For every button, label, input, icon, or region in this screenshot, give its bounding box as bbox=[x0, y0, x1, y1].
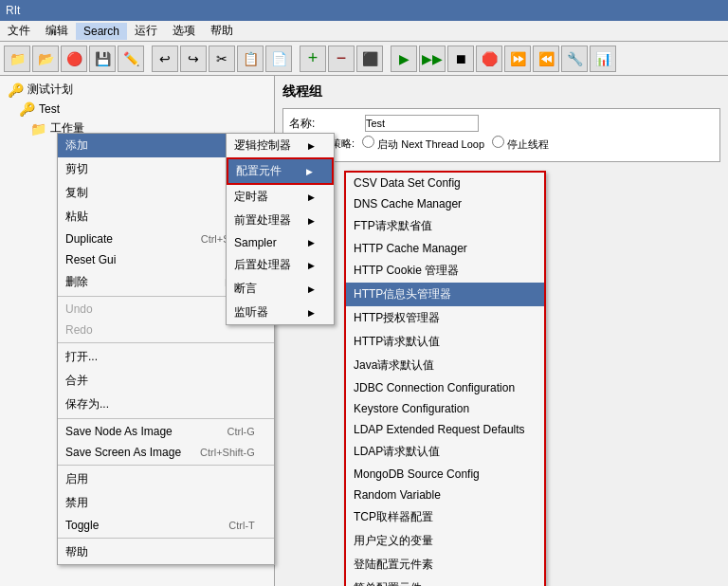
config-tcp-label: TCP取样器配置 bbox=[354, 509, 433, 525]
menu-run[interactable]: 运行 bbox=[127, 21, 165, 41]
config-csv[interactable]: CSV Data Set Config bbox=[346, 173, 544, 193]
toolbar-remove[interactable]: − bbox=[328, 46, 355, 72]
menu-bar: 文件 编辑 Search 运行 选项 帮助 bbox=[0, 21, 728, 42]
menu-undo-label: Undo bbox=[65, 302, 93, 316]
toolbar-save[interactable]: 💾 bbox=[89, 46, 116, 72]
config-login-label: 登陆配置元件素 bbox=[354, 557, 433, 573]
add-pre-processor[interactable]: 前置处理器 bbox=[227, 209, 334, 232]
menu-merge[interactable]: 合并 bbox=[58, 369, 274, 393]
config-ftp[interactable]: FTP请求默省值 bbox=[346, 214, 544, 238]
context-menu-overlay: 添加 剪切 Ctrl-X 复制 Ctrl-C 粘贴 Ctrl-V Duplica… bbox=[0, 76, 728, 586]
menu-open-label: 打开... bbox=[65, 349, 98, 365]
menu-disable-label: 禁用 bbox=[65, 495, 88, 511]
config-mongodb-label: MongoDB Source Config bbox=[354, 467, 480, 481]
config-keystore[interactable]: Keystore Configuration bbox=[346, 398, 544, 419]
menu-redo-label: Redo bbox=[65, 323, 93, 337]
menu-cut-label: 剪切 bbox=[65, 161, 88, 177]
toolbar-clear[interactable]: ⬛ bbox=[356, 46, 383, 72]
toolbar-paste[interactable]: 📄 bbox=[265, 46, 292, 72]
config-ldap-ext[interactable]: LDAP Extended Request Defaults bbox=[346, 419, 544, 440]
config-http-header[interactable]: HTTP信息头管理器 bbox=[346, 283, 544, 306]
add-assertion[interactable]: 断言 bbox=[227, 277, 334, 301]
toolbar-add[interactable]: + bbox=[300, 46, 326, 72]
config-tcp[interactable]: TCP取样器配置 bbox=[346, 505, 544, 529]
toolbar-new[interactable]: 📁 bbox=[4, 46, 30, 72]
config-simple[interactable]: 简单配置元件 bbox=[346, 577, 544, 586]
add-logic-controller-label: 逻辑控制器 bbox=[234, 137, 291, 154]
toolbar: 📁 📂 🔴 💾 ✏️ ↩ ↪ ✂ 📋 📄 + − ⬛ ▶ ▶▶ ⏹ 🛑 ⏩ ⏪ … bbox=[0, 42, 728, 76]
toolbar-cut[interactable]: ✂ bbox=[209, 46, 235, 72]
menu-edit[interactable]: 编辑 bbox=[38, 21, 76, 41]
add-post-processor[interactable]: 后置处理器 bbox=[227, 253, 334, 277]
toolbar-next[interactable]: ⏩ bbox=[504, 46, 531, 72]
toolbar-sep1 bbox=[146, 46, 150, 72]
config-http-header-label: HTTP信息头管理器 bbox=[354, 286, 451, 302]
config-jdbc-label: JDBC Connection Configuration bbox=[354, 381, 515, 394]
config-user-vars-label: 用户定义的变量 bbox=[354, 533, 433, 549]
menu-toggle-label: Toggle bbox=[65, 519, 99, 532]
menu-open[interactable]: 打开... bbox=[58, 345, 274, 369]
config-http-cookie[interactable]: HTTP Cookie 管理器 bbox=[346, 259, 544, 283]
add-logic-controller[interactable]: 逻辑控制器 bbox=[227, 134, 334, 157]
menu-copy-label: 复制 bbox=[65, 185, 88, 201]
config-mongodb[interactable]: MongoDB Source Config bbox=[346, 464, 544, 485]
config-dns[interactable]: DNS Cache Manager bbox=[346, 193, 544, 214]
menu-sep5 bbox=[58, 538, 274, 539]
menu-options[interactable]: 选项 bbox=[165, 21, 203, 41]
config-csv-label: CSV Data Set Config bbox=[354, 176, 461, 190]
menu-file[interactable]: 文件 bbox=[0, 21, 38, 41]
config-ftp-label: FTP请求默省值 bbox=[354, 218, 432, 234]
menu-search[interactable]: Search bbox=[76, 23, 127, 40]
config-http-default[interactable]: HTTP请求默认值 bbox=[346, 330, 544, 354]
toolbar-undo[interactable]: ↩ bbox=[152, 46, 178, 72]
menu-paste-label: 粘贴 bbox=[65, 209, 88, 225]
add-listener[interactable]: 监听器 bbox=[227, 301, 334, 324]
config-login[interactable]: 登陆配置元件素 bbox=[346, 553, 544, 577]
menu-help-item[interactable]: 帮助 bbox=[58, 540, 274, 564]
add-sampler[interactable]: Sampler bbox=[227, 232, 334, 253]
config-java-default[interactable]: Java请求默认值 bbox=[346, 354, 544, 377]
toolbar-run[interactable]: ▶ bbox=[391, 46, 417, 72]
config-ldap-default[interactable]: LDAP请求默认值 bbox=[346, 440, 544, 464]
toolbar-run-all[interactable]: ▶▶ bbox=[419, 46, 446, 72]
menu-save-node-image-label: Save Node As Image bbox=[65, 425, 173, 438]
toolbar-edit[interactable]: ✏️ bbox=[118, 46, 144, 72]
menu-enable-label: 启用 bbox=[65, 471, 88, 487]
toolbar-stop[interactable]: ⏹ bbox=[447, 46, 474, 72]
menu-saveas[interactable]: 保存为... bbox=[58, 393, 274, 416]
add-assertion-label: 断言 bbox=[234, 281, 257, 297]
config-user-vars[interactable]: 用户定义的变量 bbox=[346, 529, 544, 553]
config-keystore-label: Keystore Configuration bbox=[354, 402, 469, 415]
config-jdbc[interactable]: JDBC Connection Configuration bbox=[346, 377, 544, 398]
menu-reset-gui-label: Reset Gui bbox=[65, 253, 116, 266]
config-http-auth-label: HTTP授权管理器 bbox=[354, 310, 440, 326]
menu-save-screen-image[interactable]: Save Screen As Image Ctrl+Shift-G bbox=[58, 442, 274, 463]
config-http-cache[interactable]: HTTP Cache Manager bbox=[346, 238, 544, 259]
menu-save-screen-image-label: Save Screen As Image bbox=[65, 446, 181, 459]
add-timer-label: 定时器 bbox=[234, 189, 268, 205]
menu-enable[interactable]: 启用 bbox=[58, 467, 274, 491]
toolbar-settings[interactable]: 🔧 bbox=[561, 46, 588, 72]
menu-help[interactable]: 帮助 bbox=[203, 21, 241, 41]
menu-toggle[interactable]: Toggle Ctrl-T bbox=[58, 515, 274, 536]
config-random-var[interactable]: Random Variable bbox=[346, 485, 544, 505]
add-timer[interactable]: 定时器 bbox=[227, 185, 334, 209]
toolbar-chart[interactable]: 📊 bbox=[590, 46, 616, 72]
menu-save-screen-image-shortcut: Ctrl+Shift-G bbox=[200, 447, 255, 458]
menu-help-label: 帮助 bbox=[65, 544, 88, 560]
add-config-element-label: 配置元件 bbox=[236, 163, 282, 179]
menu-disable[interactable]: 禁用 bbox=[58, 491, 274, 515]
config-http-auth[interactable]: HTTP授权管理器 bbox=[346, 306, 544, 330]
toolbar-sep2 bbox=[294, 46, 298, 72]
toolbar-open[interactable]: 📂 bbox=[32, 46, 59, 72]
menu-save-node-image[interactable]: Save Node As Image Ctrl-G bbox=[58, 421, 274, 442]
add-post-processor-label: 后置处理器 bbox=[234, 257, 291, 273]
toolbar-redo[interactable]: ↪ bbox=[180, 46, 207, 72]
menu-saveas-label: 保存为... bbox=[65, 396, 109, 412]
toolbar-copy[interactable]: 📋 bbox=[237, 46, 264, 72]
toolbar-stop-all[interactable]: 🛑 bbox=[476, 46, 502, 72]
config-http-default-label: HTTP请求默认值 bbox=[354, 334, 440, 350]
add-config-element[interactable]: 配置元件 bbox=[227, 157, 334, 185]
toolbar-error[interactable]: 🔴 bbox=[61, 46, 87, 72]
toolbar-prev[interactable]: ⏪ bbox=[533, 46, 559, 72]
